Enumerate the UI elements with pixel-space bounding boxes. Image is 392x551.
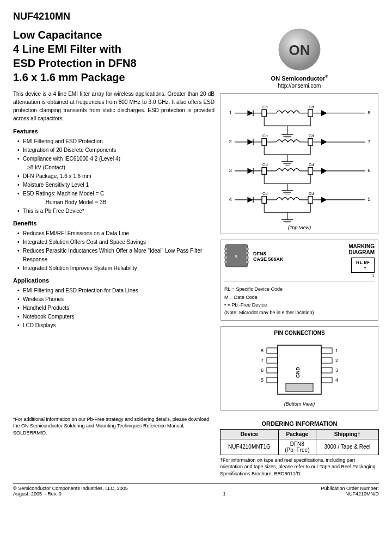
svg-rect-100 <box>246 252 249 254</box>
svg-text:1: 1 <box>229 109 231 115</box>
pin-connections-box: PIN CONNECTIONS <box>220 326 378 411</box>
right-bottom: ORDERING INFORMATION Device Package Ship… <box>220 416 379 477</box>
svg-rect-39 <box>308 138 313 145</box>
svg-rect-18 <box>308 109 313 117</box>
col-header-shipping: Shipping† <box>316 429 378 439</box>
svg-rect-14 <box>262 109 266 117</box>
svg-rect-106 <box>267 358 278 363</box>
svg-rect-111 <box>321 368 332 373</box>
benefits-heading: Benefits <box>13 220 215 226</box>
svg-rect-95 <box>224 248 227 250</box>
dfn8-label: DFN8 CASE 506AK <box>253 251 284 262</box>
svg-text:2: 2 <box>229 138 231 144</box>
features-heading: Features <box>13 128 215 134</box>
pin-connections-title: PIN CONNECTIONS <box>224 330 375 336</box>
pin-diagram-svg: 8 7 6 5 1 2 3 4 GND <box>256 342 343 397</box>
circuit-diagram: 1 2 3 4 8 7 6 5 Cd <box>220 93 378 235</box>
svg-marker-43 <box>321 139 327 145</box>
ordering-title: ORDERING INFORMATION <box>220 420 379 427</box>
svg-marker-64 <box>321 168 327 174</box>
applications-heading: Applications <box>13 277 215 284</box>
svg-text:8: 8 <box>235 254 237 258</box>
applications-list: EMI Filtering and ESD Protection for Dat… <box>13 286 215 330</box>
svg-marker-53 <box>247 168 253 174</box>
svg-rect-96 <box>224 252 227 254</box>
shipping-cell: 3000 / Tape & Reel <box>316 439 378 455</box>
application-item: LCD Displays <box>17 321 215 330</box>
svg-text:8: 8 <box>367 109 370 115</box>
svg-rect-98 <box>224 261 227 263</box>
marking-title-text: MARKING DIAGRAM RL M• • 1 <box>348 243 375 278</box>
svg-marker-85 <box>321 197 327 203</box>
svg-marker-32 <box>247 139 253 145</box>
col-header-package: Package <box>278 429 316 439</box>
svg-rect-35 <box>262 138 266 145</box>
application-item: Notebook Computers <box>17 313 215 321</box>
svg-text:5: 5 <box>261 377 264 383</box>
footnote-text: *For additional information on our Pb-Fr… <box>13 416 215 437</box>
svg-rect-108 <box>267 377 278 383</box>
device-cell: NUF4210MNT1G <box>220 439 279 455</box>
application-item: Handheld Products <box>17 304 215 313</box>
ordering-note: †For information on tape and reel specif… <box>220 457 379 477</box>
svg-rect-109 <box>321 348 332 353</box>
svg-text:Cd: Cd <box>262 191 268 196</box>
page-number: 1 <box>223 491 226 497</box>
benefit-item: Integrated Solution Improves System Reli… <box>17 264 215 273</box>
svg-text:6: 6 <box>367 167 370 173</box>
left-column: Low Capacitance 4 Line EMI Filter with E… <box>13 28 215 416</box>
table-row: NUF4210MNT1G DFN8(Pb−Free) 3000 / Tape &… <box>220 439 379 455</box>
svg-text:4: 4 <box>229 196 232 202</box>
circuit-svg: 1 2 3 4 8 7 6 5 Cd <box>224 97 375 224</box>
top-view-label: (Top View) <box>224 225 375 230</box>
svg-text:Cd: Cd <box>262 105 268 109</box>
feature-item: EMI Filtering and ESD Protection <box>17 137 215 146</box>
svg-text:Cd: Cd <box>309 133 314 138</box>
svg-text:1: 1 <box>335 348 338 353</box>
svg-text:3: 3 <box>335 368 338 373</box>
svg-rect-99 <box>246 248 249 250</box>
svg-rect-101 <box>246 256 249 259</box>
website: http://onsemi.com <box>278 83 321 89</box>
publication-order: Publication Order Number: NUF4210MN/D <box>321 486 379 497</box>
svg-rect-77 <box>262 196 266 203</box>
top-section: Low Capacitance 4 Line EMI Filter with E… <box>13 28 379 416</box>
svg-marker-74 <box>247 197 253 203</box>
svg-rect-122 <box>286 383 313 391</box>
feature-item: ESD Ratings: Machine Model = C Human Bod… <box>17 189 215 207</box>
svg-text:Cd: Cd <box>309 162 314 167</box>
svg-text:8: 8 <box>261 348 264 353</box>
ordering-info: ORDERING INFORMATION Device Package Ship… <box>220 420 379 477</box>
ordering-table: Device Package Shipping† NUF4210MNT1G DF… <box>220 429 379 455</box>
page-layout: NUF4210MN Low Capacitance 4 Line EMI Fil… <box>13 11 379 497</box>
bottom-view-label: (Bottom View) <box>224 401 375 407</box>
svg-text:6: 6 <box>261 368 264 373</box>
feature-item: This is a Pb Free Device* <box>17 207 215 216</box>
features-list: EMI Filtering and ESD Protection Integra… <box>13 137 215 216</box>
svg-marker-11 <box>247 110 253 116</box>
svg-rect-81 <box>308 196 313 203</box>
svg-text:ON: ON <box>289 42 310 58</box>
marking-code-box: RL M• • <box>351 258 375 273</box>
col-header-device: Device <box>220 429 279 439</box>
bottom-section: *For additional information on our Pb-Fr… <box>13 416 379 477</box>
company-name: ON Semiconductor® <box>271 75 328 82</box>
on-logo: ON <box>278 28 321 71</box>
package-cell: DFN8(Pb−Free) <box>278 439 316 455</box>
bottom-bar: © Semiconductor Components Industries, L… <box>13 483 379 497</box>
feature-item: Compliance with IEC61000 4 2 (Level 4) ≥… <box>17 155 215 172</box>
svg-text:GND: GND <box>295 366 301 378</box>
benefits-list: Reduces EMI/RFI Emissions on a Data Line… <box>13 229 215 273</box>
svg-rect-107 <box>267 368 278 373</box>
feature-item: DFN Package, 1.6 x 1.6 mm <box>17 172 215 181</box>
product-title: Low Capacitance 4 Line EMI Filter with E… <box>13 28 215 84</box>
svg-text:3: 3 <box>229 167 231 173</box>
svg-rect-105 <box>267 348 278 353</box>
svg-rect-112 <box>321 377 332 383</box>
svg-text:7: 7 <box>367 138 370 144</box>
benefit-item: Integrated Solution Offers Cost and Spac… <box>17 238 215 247</box>
svg-rect-56 <box>262 167 266 174</box>
benefit-item: Reduces Parasitic Inductances Which Offe… <box>17 247 215 264</box>
product-description: This device is a 4 line EMI filter array… <box>13 90 215 123</box>
benefit-item: Reduces EMI/RFI Emissions on a Data Line <box>17 229 215 238</box>
